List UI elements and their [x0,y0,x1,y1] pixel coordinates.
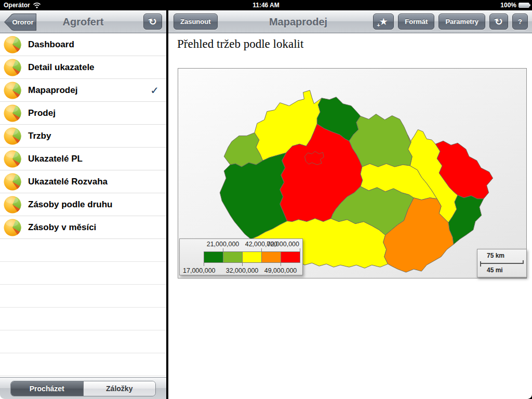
pie-chart-icon [3,58,22,77]
pie-chart-icon [3,81,22,100]
report-heading: Přehled tržeb podle lokalit [177,37,303,51]
content-title: Mapaprodej [246,10,350,33]
star-icon: ★ [379,16,388,28]
add-bookmark-button[interactable]: ★ + [373,14,394,30]
battery-percent: 100% [500,2,516,9]
sidebar-refresh-button[interactable]: ↻ [143,14,162,30]
list-item-dashboard[interactable]: Dashboard [0,33,166,56]
clock: 11:46 AM [0,2,532,9]
list-item-label: Dashboard [28,39,74,50]
scale-mi-label: 45 mi [487,267,503,274]
segment-bookmarks[interactable]: Záložky [84,381,156,396]
region-karlovarsky[interactable] [224,132,263,167]
browse-bookmarks-segmented-control: Procházet Záložky [10,381,156,396]
format-button[interactable]: Formát [398,14,434,30]
pie-chart-icon [3,127,22,145]
refresh-icon: ↻ [147,16,158,28]
report-list: Dashboard Detail ukazatele Mapaprodej ✓ … [0,33,166,377]
map-legend: 21,000,000 42,000,000 72,000,000 [179,238,303,275]
empty-list-row [0,239,166,262]
content-panel: Zasunout Mapaprodej ★ + Formát Parametry… [168,10,532,399]
list-item-mapaprodej[interactable]: Mapaprodej ✓ [0,79,166,102]
empty-list-row [0,308,166,330]
list-item-prodej[interactable]: Prodej [0,102,166,125]
checkmark-icon: ✓ [150,84,159,97]
legend-label: 49,000,000 [264,267,297,274]
list-item-label: Prodej [28,108,56,118]
legend-color-bar [204,248,301,267]
help-button[interactable]: ? [512,14,528,30]
empty-list-row [0,285,166,308]
list-item-trzby[interactable]: Trzby [0,125,166,148]
list-item-label: Zásoby v měsíci [28,222,96,233]
sidebar-bottom-toolbar: Procházet Záložky [0,377,166,399]
list-item-ukazatele-pl[interactable]: Ukazatelé PL [0,148,166,170]
legend-label: 32,000,000 [226,267,259,274]
list-item-zasoby-v-mesici[interactable]: Zásoby v měsíci [0,216,166,239]
pie-chart-icon [3,195,22,214]
legend-label: 72,000,000 [267,241,299,248]
list-item-label: Trzby [28,131,51,141]
empty-list-row [0,262,166,285]
empty-list-row [0,353,166,376]
list-item-label: Zásoby podle druhu [28,200,112,210]
refresh-icon: ↻ [493,16,504,28]
battery-icon [518,3,529,8]
scale-km-label: 75 km [487,252,504,259]
plus-icon: + [377,22,380,28]
content-refresh-button[interactable]: ↻ [489,14,508,30]
content-nav-bar: Zasunout Mapaprodej ★ + Formát Parametry… [168,10,532,33]
map-scale-widget: 75 km 45 mi [477,249,527,277]
scale-bar [480,263,524,264]
pie-chart-icon [3,218,22,237]
sidebar-nav-bar: Ororor Agrofert ↻ [0,10,166,33]
list-item-label: Ukazatelé Rozvaha [28,177,108,187]
segment-browse[interactable]: Procházet [11,381,84,396]
ipad-screen: Operátor 11:46 AM 100% Ororor Agrofert ↻ [0,0,532,399]
list-item-detail-ukazatele[interactable]: Detail ukazatele [0,56,166,79]
region-praha[interactable] [304,151,324,165]
legend-label: 17,000,000 [183,267,216,274]
legend-label: 21,000,000 [207,241,240,248]
map-panel: 21,000,000 42,000,000 72,000,000 [178,68,527,278]
pie-chart-icon [3,150,22,168]
pie-chart-icon [3,104,22,123]
sidebar: Ororor Agrofert ↻ [0,10,166,399]
collapse-sidebar-button[interactable]: Zasunout [174,14,218,30]
status-bar: Operátor 11:46 AM 100% [0,0,532,10]
list-item-ukazatele-rozvaha[interactable]: Ukazatelé Rozvaha [0,170,166,193]
list-item-label: Mapaprodej [28,85,77,96]
pie-chart-icon [3,172,22,191]
parameters-button[interactable]: Parametry [438,14,485,30]
pie-chart-icon [3,35,22,54]
list-item-zasoby-podle-druhu[interactable]: Zásoby podle druhu [0,193,166,216]
empty-list-row [0,330,166,353]
sidebar-title: Agrofert [31,10,135,33]
list-item-label: Ukazatelé PL [28,154,83,164]
list-item-label: Detail ukazatele [28,62,95,73]
